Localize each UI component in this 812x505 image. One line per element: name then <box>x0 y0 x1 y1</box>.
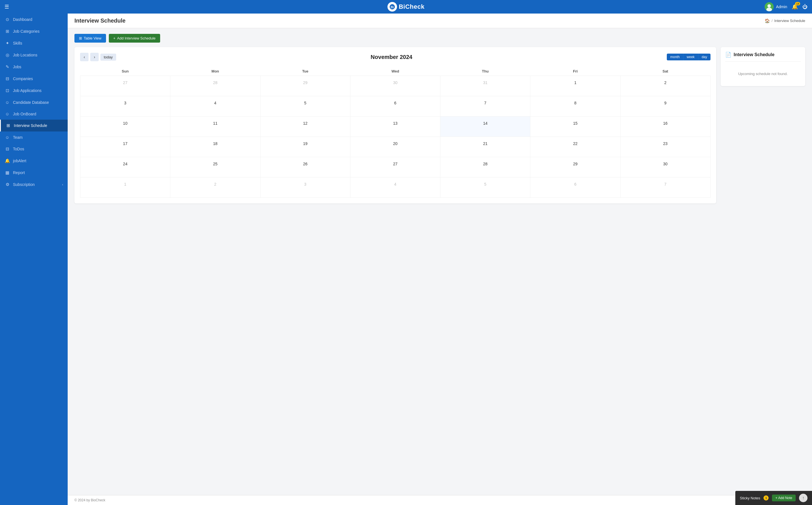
sidebar-label-subscription: Subscription <box>13 182 59 187</box>
calendar-day-4-3[interactable]: 27 <box>350 157 440 177</box>
breadcrumb-current: Interview Schedule <box>774 19 805 23</box>
nav-icon-todos: ⊟ <box>5 146 10 152</box>
sidebar-item-jobalert[interactable]: 🔔 jobAlert <box>0 155 68 167</box>
day-number: 1 <box>80 181 170 188</box>
sidebar-label-interview-schedule: Interview Schedule <box>14 123 63 128</box>
add-note-button[interactable]: + Add Note <box>772 495 796 501</box>
sidebar-label-companies: Companies <box>13 76 63 81</box>
sidebar-item-jobs[interactable]: ✎ Jobs <box>0 61 68 73</box>
sidebar-item-skills[interactable]: ✦ Skills <box>0 37 68 49</box>
calendar-day-2-2[interactable]: 12 <box>260 117 350 137</box>
calendar-day-5-5[interactable]: 6 <box>530 177 620 198</box>
calendar-day-4-0[interactable]: 24 <box>80 157 170 177</box>
calendar-day-4-1[interactable]: 25 <box>170 157 260 177</box>
schedule-doc-icon: 📄 <box>725 52 731 58</box>
calendar-day-5-4[interactable]: 5 <box>441 177 530 198</box>
nav-icon-interview-schedule: ⊞ <box>5 123 11 128</box>
sidebar-item-todos[interactable]: ⊟ ToDos <box>0 143 68 155</box>
cal-next-button[interactable]: › <box>90 53 99 61</box>
cal-prev-button[interactable]: ‹ <box>80 53 88 61</box>
sidebar-item-report[interactable]: ▦ Report <box>0 167 68 179</box>
calendar-day-0-1[interactable]: 28 <box>170 76 260 96</box>
schedule-card: 📄 Interview Schedule Upcoming schedule n… <box>721 47 805 86</box>
calendar-day-0-3[interactable]: 30 <box>350 76 440 96</box>
schedule-card-title-text: Interview Schedule <box>734 52 775 57</box>
calendar-day-1-6[interactable]: 9 <box>620 96 710 117</box>
notification-bell[interactable]: 🔔 13 <box>792 4 798 10</box>
day-number: 22 <box>530 140 620 147</box>
calendar-day-0-0[interactable]: 27 <box>80 76 170 96</box>
calendar-day-4-4[interactable]: 28 <box>441 157 530 177</box>
calendar-day-5-0[interactable]: 1 <box>80 177 170 198</box>
calendar-day-4-6[interactable]: 30 <box>620 157 710 177</box>
calendar-day-3-5[interactable]: 22 <box>530 137 620 157</box>
calendar-day-2-5[interactable]: 15 <box>530 117 620 137</box>
add-interview-plus-icon: + <box>113 36 115 40</box>
calendar-day-2-1[interactable]: 11 <box>170 117 260 137</box>
calendar-day-3-4[interactable]: 21 <box>441 137 530 157</box>
calendar-day-4-5[interactable]: 29 <box>530 157 620 177</box>
calendar-day-4-2[interactable]: 26 <box>260 157 350 177</box>
nav-icon-candidate-database: ☺ <box>5 100 10 105</box>
sidebar-label-todos: ToDos <box>13 147 63 151</box>
hamburger-icon[interactable]: ☰ <box>5 4 9 10</box>
sidebar-item-job-locations[interactable]: ◎ Job Locations <box>0 49 68 61</box>
sidebar-item-interview-schedule[interactable]: ⊞ Interview Schedule <box>0 120 68 132</box>
calendar-day-2-0[interactable]: 10 <box>80 117 170 137</box>
calendar-day-2-4[interactable]: 14 <box>441 117 530 137</box>
calendar-day-1-3[interactable]: 6 <box>350 96 440 117</box>
calendar-day-0-4[interactable]: 31 <box>441 76 530 96</box>
sidebar-item-dashboard[interactable]: ⊙ Dashboard <box>0 14 68 25</box>
calendar-day-3-2[interactable]: 19 <box>260 137 350 157</box>
sidebar-item-job-onboard[interactable]: ☺ Job OnBoard <box>0 108 68 120</box>
calendar-day-1-4[interactable]: 7 <box>441 96 530 117</box>
sidebar-label-dashboard: Dashboard <box>13 17 63 22</box>
calendar-day-3-6[interactable]: 23 <box>620 137 710 157</box>
cal-view-week-button[interactable]: week <box>683 53 699 60</box>
sidebar-item-candidate-database[interactable]: ☺ Candidate Database <box>0 97 68 108</box>
calendar-day-5-6[interactable]: 7 <box>620 177 710 198</box>
calendar-day-3-3[interactable]: 20 <box>350 137 440 157</box>
calendar-day-1-0[interactable]: 3 <box>80 96 170 117</box>
toolbar: ⊞ Table View + Add Interview Schedule <box>74 34 805 43</box>
power-icon[interactable]: ⏻ <box>802 4 807 10</box>
day-number: 27 <box>350 161 440 167</box>
add-interview-button[interactable]: + Add Interview Schedule <box>109 34 160 43</box>
calendar-day-2-3[interactable]: 13 <box>350 117 440 137</box>
weekday-mon: Mon <box>170 67 260 76</box>
weekday-wed: Wed <box>350 67 440 76</box>
sidebar-label-jobalert: jobAlert <box>13 159 63 163</box>
sidebar-item-subscription[interactable]: ⚙ Subscription ‹ <box>0 179 68 190</box>
sidebar-item-job-categories[interactable]: ⊞ Job Categories <box>0 25 68 37</box>
cal-view-month-button[interactable]: month <box>667 53 683 60</box>
calendar-day-0-6[interactable]: 2 <box>620 76 710 96</box>
calendar-day-1-5[interactable]: 8 <box>530 96 620 117</box>
calendar-day-5-2[interactable]: 3 <box>260 177 350 198</box>
calendar-day-5-1[interactable]: 2 <box>170 177 260 198</box>
cal-today-button[interactable]: today <box>100 53 116 61</box>
calendar-day-3-0[interactable]: 17 <box>80 137 170 157</box>
sidebar-label-skills: Skills <box>13 41 63 45</box>
calendar-day-3-1[interactable]: 18 <box>170 137 260 157</box>
sidebar-item-team[interactable]: ☺ Team <box>0 132 68 143</box>
scroll-top-button[interactable]: ↑ <box>799 494 807 502</box>
calendar-day-0-2[interactable]: 29 <box>260 76 350 96</box>
day-number: 25 <box>170 161 260 167</box>
calendar-day-0-5[interactable]: 1 <box>530 76 620 96</box>
calendar-day-2-6[interactable]: 16 <box>620 117 710 137</box>
admin-info: Admin <box>765 2 787 11</box>
breadcrumb-home-icon[interactable]: 🏠 <box>765 18 770 23</box>
calendar-grid: SunMonTueWedThuFriSat 272829303112345678… <box>80 67 711 198</box>
calendar-day-1-1[interactable]: 4 <box>170 96 260 117</box>
day-number: 26 <box>261 161 350 167</box>
table-view-button[interactable]: ⊞ Table View <box>74 34 106 43</box>
table-view-icon: ⊞ <box>79 36 82 40</box>
weekday-thu: Thu <box>441 67 530 76</box>
calendar-day-5-3[interactable]: 4 <box>350 177 440 198</box>
calendar-day-1-2[interactable]: 5 <box>260 96 350 117</box>
cal-view-day-button[interactable]: day <box>699 53 711 60</box>
sidebar-item-companies[interactable]: ⊟ Companies <box>0 73 68 85</box>
sticky-notes-bar: Sticky Notes 1 + Add Note ↑ <box>735 491 812 505</box>
nav-icon-report: ▦ <box>5 170 10 175</box>
sidebar-item-job-applications[interactable]: ⊡ Job Applications <box>0 85 68 97</box>
